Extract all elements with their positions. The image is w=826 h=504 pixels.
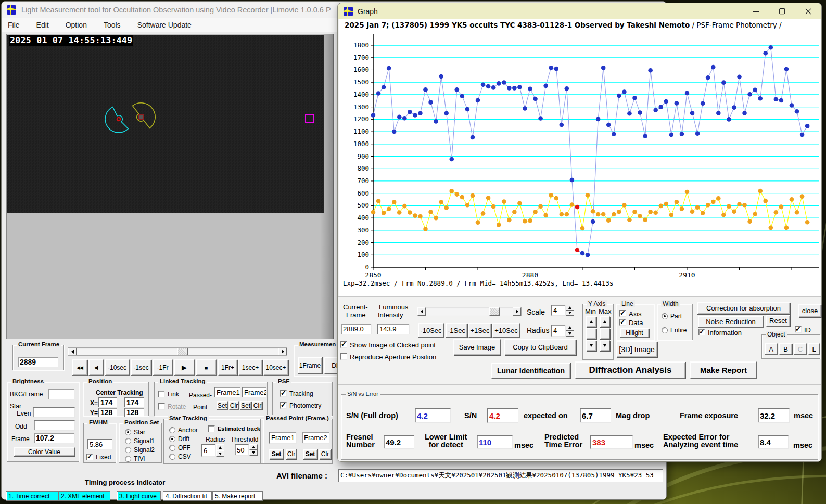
color-value-button[interactable]: Color Value <box>14 447 75 456</box>
video-position-scrollbar[interactable] <box>68 347 287 356</box>
line-axis-checkbox[interactable]: Axis <box>619 310 642 318</box>
y-center-field[interactable]: 128 <box>98 408 117 417</box>
linked-set2-button[interactable]: Set <box>240 401 251 410</box>
ymin-up-button[interactable] <box>586 316 596 327</box>
width-entire-radio[interactable]: Entire <box>662 327 687 334</box>
menu-software-update[interactable]: Software Update <box>132 19 197 31</box>
minus-10sec-button[interactable]: -10sec <box>105 359 130 376</box>
close-button[interactable] <box>795 3 821 19</box>
ymax-down-button[interactable] <box>600 340 610 351</box>
save-image-button[interactable]: Save Image <box>453 339 501 355</box>
linked-clr2-button[interactable]: Clr <box>252 401 262 410</box>
make-report-button[interactable]: Make Report <box>690 361 757 379</box>
correction-absorption-button[interactable]: Correction for absorption <box>697 302 790 314</box>
rotate-checkbox[interactable]: Rotate <box>158 403 186 410</box>
information-checkbox[interactable]: Information <box>698 329 742 337</box>
graph-scrollbar-left[interactable] <box>417 307 426 316</box>
light-curve-chart[interactable]: 0100200300400500600700800900100011001200… <box>339 19 821 296</box>
odd-field[interactable] <box>34 420 75 431</box>
gw-plus-1sec-button[interactable]: +1Sec <box>468 323 491 338</box>
psf-photometry-checkbox[interactable]: Photometry <box>280 402 321 409</box>
object-c-button[interactable]: C <box>794 343 807 355</box>
gw-minus-10sec-button[interactable]: -10Sec <box>418 323 444 338</box>
video-frame[interactable]: 2025 01 07 14:55:13:449 <box>7 35 324 213</box>
maximize-button[interactable] <box>769 3 795 19</box>
ymin-down-button[interactable] <box>586 340 596 351</box>
measurement-1frame-button[interactable]: 1Frame <box>298 357 322 374</box>
expected-error-field[interactable]: 8.4 <box>758 435 789 449</box>
plus-1sec-button[interactable]: 1sec+ <box>238 359 262 376</box>
minus-1sec-button[interactable]: -1sec <box>131 359 151 376</box>
scrollbar-right-arrow[interactable] <box>278 348 287 355</box>
expected-on-field[interactable]: 6.7 <box>580 408 611 423</box>
pp-set2-button[interactable]: Set <box>303 449 317 459</box>
even-field[interactable] <box>33 407 75 418</box>
bkg-frame-field[interactable] <box>48 389 74 399</box>
linked-frame2-field[interactable]: Frame2 <box>242 387 266 397</box>
ymin-mid-button[interactable] <box>586 328 596 339</box>
avi-filename-field[interactable]: C:¥Users¥owner¥Documents¥天文¥202501¥20250… <box>338 469 663 482</box>
ymax-mid-button[interactable] <box>600 328 610 339</box>
scrollbar-thumb[interactable] <box>177 348 188 355</box>
minus-1frame-button[interactable]: -1Fr <box>153 359 173 376</box>
current-frame-field[interactable]: 2889 <box>18 357 58 367</box>
object-l-button[interactable]: L <box>808 343 820 355</box>
st-csv-radio[interactable]: CSV <box>169 453 191 460</box>
graph-scrollbar[interactable] <box>417 307 522 316</box>
reproduce-aperture-checkbox[interactable]: Reproduce Aperture Position <box>340 353 436 361</box>
pp-clr1-button[interactable]: Clr <box>286 449 297 459</box>
scrollbar-left-arrow[interactable] <box>68 348 77 355</box>
linked-frame1-field[interactable]: Frame1 <box>214 387 240 397</box>
menu-option[interactable]: Option <box>60 19 92 31</box>
lower-limit-field[interactable]: 110 <box>477 435 513 449</box>
st-drift-radio[interactable]: Drift <box>169 435 189 443</box>
fwhm-fixed-checkbox[interactable]: Fixed <box>86 454 111 461</box>
close-graph-button[interactable]: close <box>798 304 821 317</box>
plus-1frame-button[interactable]: 1Fr+ <box>218 359 237 376</box>
fwhm-field[interactable]: 5.86 <box>87 439 112 449</box>
frame-exposure-field[interactable]: 32.2 <box>758 408 790 423</box>
posset-tivi-radio[interactable]: TIVi <box>125 455 145 462</box>
x-tracking-field[interactable]: 174 <box>124 397 144 407</box>
object-a-button[interactable]: A <box>765 343 778 355</box>
graph-titlebar[interactable]: Graph <box>338 3 821 19</box>
graph-scrollbar-right[interactable] <box>513 307 521 316</box>
width-part-radio[interactable]: Part <box>662 313 682 320</box>
x-center-field[interactable]: 174 <box>98 397 117 407</box>
image-3d-button[interactable]: [3D] Image <box>616 341 657 357</box>
id-checkbox[interactable]: ID <box>795 326 811 334</box>
reset-button[interactable]: Reset <box>766 315 790 327</box>
posset-signal2-radio[interactable]: Signal2 <box>125 446 155 454</box>
st-anchor-radio[interactable]: Anchor <box>169 427 198 434</box>
radius-spinner[interactable] <box>566 325 574 337</box>
fresnel-field[interactable]: 49.2 <box>384 435 414 449</box>
pp-set1-button[interactable]: Set <box>269 449 284 459</box>
goto-start-button[interactable]: ◀◀ <box>72 359 87 376</box>
menu-file[interactable]: File <box>3 19 25 31</box>
linked-clr1-button[interactable]: Clr <box>229 401 239 410</box>
hilight-button[interactable]: Hilight <box>620 328 649 338</box>
graph-scrollbar-thumb[interactable] <box>489 307 500 316</box>
plus-10sec-button[interactable]: 10sec+ <box>263 359 288 376</box>
st-threshold-spinner[interactable] <box>249 444 258 456</box>
line-data-checkbox[interactable]: Data <box>619 319 643 327</box>
gw-current-frame-field[interactable]: 2889.0 <box>341 324 372 334</box>
y-tracking-field[interactable]: 128 <box>124 408 144 417</box>
st-threshold-field[interactable]: 50 <box>235 444 249 456</box>
gw-minus-1sec-button[interactable]: -1Sec <box>446 323 467 338</box>
posset-signal1-radio[interactable]: Signal1 <box>125 437 155 445</box>
menu-edit[interactable]: Edit <box>31 19 54 31</box>
link-checkbox[interactable]: Link <box>158 391 179 398</box>
linked-set1-button[interactable]: Set <box>217 401 228 410</box>
menu-tools[interactable]: Tools <box>98 19 126 31</box>
sn-full-field[interactable]: 4.2 <box>415 408 451 423</box>
st-off-radio[interactable]: OFF <box>169 444 190 451</box>
stop-button[interactable]: ■ <box>196 359 217 376</box>
radius-field[interactable]: 4 <box>551 325 566 337</box>
ymax-up-button[interactable] <box>600 316 610 327</box>
pp-frame2-field[interactable]: Frame2 <box>302 432 329 444</box>
st-radius-field[interactable]: 6 <box>201 444 215 457</box>
lunar-identification-button[interactable]: Lunar Identification <box>491 363 570 379</box>
psf-tracking-checkbox[interactable]: Tracking <box>280 390 313 397</box>
diffraction-analysis-button[interactable]: Diffraction Analysis <box>575 361 685 379</box>
